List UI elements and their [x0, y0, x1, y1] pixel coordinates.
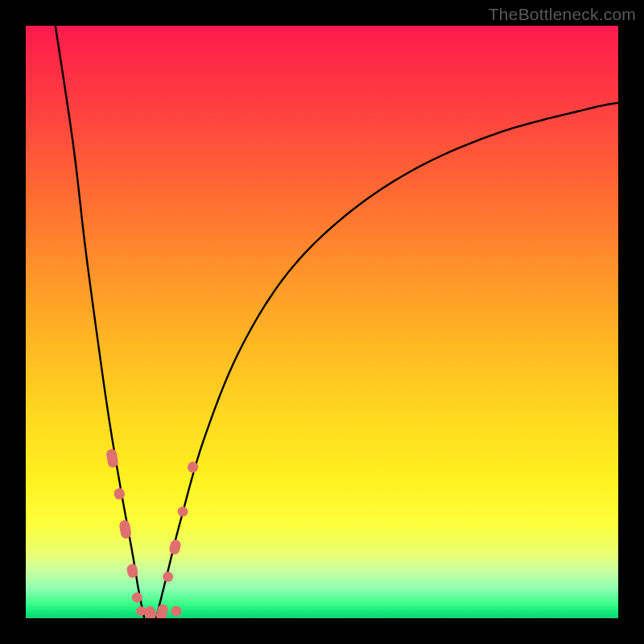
data-marker — [176, 506, 189, 518]
data-marker — [118, 519, 132, 539]
data-marker — [143, 605, 156, 618]
plot-area — [26, 26, 618, 618]
data-marker — [155, 603, 169, 618]
data-marker — [170, 605, 183, 617]
watermark-text: TheBottleneck.com — [489, 5, 636, 24]
left-curve — [56, 26, 144, 618]
data-marker — [114, 487, 126, 500]
data-marker — [162, 571, 175, 583]
right-curve — [156, 103, 618, 618]
curve-layer — [56, 26, 618, 618]
data-marker — [105, 448, 119, 469]
data-marker — [168, 539, 182, 555]
chart-frame: TheBottleneck.com — [0, 0, 644, 644]
curves-svg — [26, 26, 618, 618]
marker-layer — [105, 448, 200, 618]
